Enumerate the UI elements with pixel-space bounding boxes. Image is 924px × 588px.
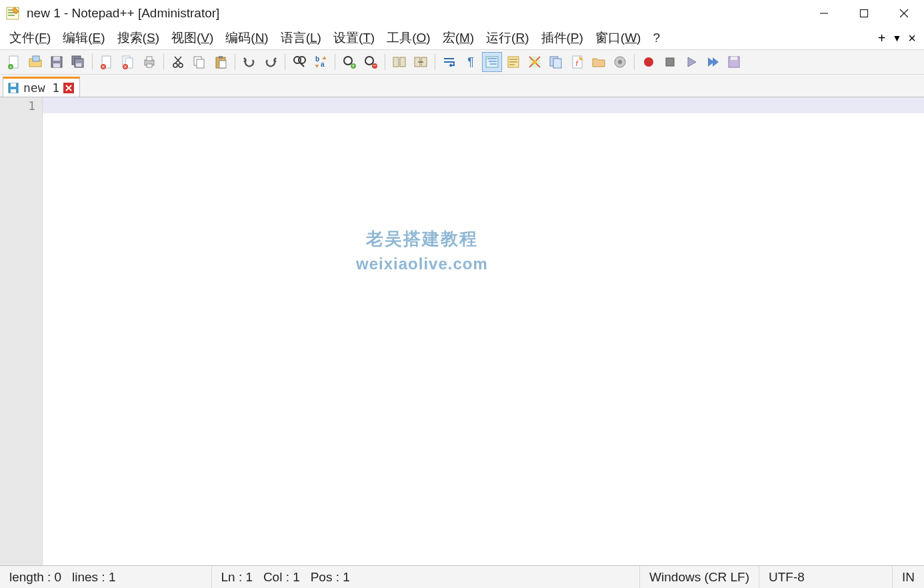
doc-list-icon[interactable] — [546, 52, 566, 72]
monitoring-icon[interactable] — [610, 52, 630, 72]
tab-close-icon[interactable] — [63, 83, 74, 93]
svg-point-36 — [299, 57, 305, 63]
svg-point-58 — [533, 60, 537, 64]
close-all-icon[interactable]: × — [118, 52, 138, 72]
cut-icon[interactable] — [168, 52, 188, 72]
menu-language[interactable]: 语言(L) — [275, 28, 327, 48]
svg-point-25 — [173, 63, 177, 67]
editor: 1 老吴搭建教程 weixiaolive.com — [0, 97, 924, 565]
undo-icon[interactable] — [239, 52, 259, 72]
paste-icon[interactable] — [211, 52, 231, 72]
menu-settings[interactable]: 设置(T) — [328, 28, 380, 48]
window-controls — [804, 0, 924, 27]
svg-point-39 — [344, 57, 352, 65]
svg-rect-60 — [553, 59, 561, 68]
stop-macro-icon[interactable] — [660, 52, 680, 72]
replace-icon[interactable]: ba — [311, 52, 331, 72]
close-button[interactable] — [884, 0, 924, 27]
tab-label: new 1 — [23, 81, 59, 95]
svg-text:×: × — [123, 63, 127, 69]
redo-icon[interactable] — [261, 52, 281, 72]
menu-file[interactable]: 文件(F) — [4, 28, 56, 48]
user-lang-icon[interactable] — [503, 52, 523, 72]
tab-new-1[interactable]: new 1 — [3, 77, 80, 97]
record-macro-icon[interactable] — [639, 52, 659, 72]
svg-rect-2 — [861, 10, 868, 17]
save-all-icon[interactable] — [68, 52, 88, 72]
menu-tools[interactable]: 工具(O) — [381, 28, 435, 48]
status-length: length : 0 lines : 1 — [0, 566, 125, 588]
svg-point-65 — [644, 57, 653, 67]
save-icon[interactable] — [47, 52, 67, 72]
svg-text:b: b — [315, 55, 319, 63]
menu-macro[interactable]: 宏(M) — [437, 28, 479, 48]
find-icon[interactable] — [289, 52, 309, 72]
svg-rect-68 — [731, 57, 737, 60]
current-line-highlight — [43, 97, 924, 113]
tabbar: new 1 — [0, 75, 924, 97]
doc-map-icon[interactable] — [525, 52, 545, 72]
menu-plugins[interactable]: 插件(P) — [536, 28, 589, 48]
svg-point-64 — [618, 60, 622, 64]
maximize-button[interactable] — [844, 0, 884, 27]
save-macro-icon[interactable] — [724, 52, 744, 72]
zoom-out-icon[interactable]: − — [361, 52, 381, 72]
svg-rect-71 — [11, 89, 16, 93]
menu-window[interactable]: 窗口(W) — [590, 28, 647, 48]
sync-hscroll-icon[interactable] — [411, 52, 431, 72]
tab-save-icon — [7, 82, 19, 94]
watermark: 老吴搭建教程 weixiaolive.com — [356, 227, 488, 273]
close-file-icon[interactable]: × — [97, 52, 117, 72]
svg-rect-33 — [219, 61, 226, 68]
svg-rect-30 — [197, 59, 204, 68]
folder-workspace-icon[interactable] — [589, 52, 609, 72]
watermark-line1: 老吴搭建教程 — [356, 227, 488, 251]
svg-text:−: − — [373, 62, 376, 69]
copy-icon[interactable] — [189, 52, 209, 72]
window-title: new 1 - Notepad++ [Administrator] — [27, 6, 219, 21]
svg-rect-32 — [219, 56, 223, 59]
minimize-button[interactable] — [804, 0, 844, 27]
new-file-icon[interactable]: + — [4, 52, 24, 72]
svg-rect-10 — [53, 57, 60, 61]
status-eol[interactable]: Windows (CR LF) — [640, 566, 759, 588]
status-mode[interactable]: IN — [893, 566, 924, 588]
print-icon[interactable] — [139, 52, 159, 72]
menu-help[interactable]: ? — [647, 29, 665, 47]
menu-close-icon[interactable]: × — [908, 31, 916, 46]
open-file-icon[interactable] — [25, 52, 45, 72]
svg-rect-14 — [76, 63, 81, 67]
toolbar: + × × ba + − ¶ f — [0, 49, 924, 75]
menu-encoding[interactable]: 编码(N) — [220, 28, 273, 48]
menubar: 文件(F) 编辑(E) 搜索(S) 视图(V) 编码(N) 语言(L) 设置(T… — [0, 27, 924, 49]
statusbar: length : 0 lines : 1 Ln : 1 Col : 1 Pos … — [0, 565, 924, 588]
sync-vscroll-icon[interactable] — [389, 52, 409, 72]
play-macro-icon[interactable] — [681, 52, 701, 72]
status-position: Ln : 1 Col : 1 Pos : 1 — [212, 566, 359, 588]
svg-point-43 — [365, 57, 373, 65]
svg-rect-70 — [11, 83, 16, 87]
svg-text:+: + — [351, 63, 355, 69]
svg-rect-66 — [666, 58, 674, 66]
word-wrap-icon[interactable] — [439, 52, 459, 72]
svg-text:+: + — [9, 64, 13, 69]
zoom-in-icon[interactable]: + — [339, 52, 359, 72]
svg-rect-11 — [53, 63, 60, 67]
menu-run[interactable]: 运行(R) — [481, 28, 534, 48]
play-multi-icon[interactable] — [703, 52, 723, 72]
svg-text:×: × — [101, 63, 105, 69]
indent-guide-icon[interactable] — [482, 52, 502, 72]
menu-search[interactable]: 搜索(S) — [112, 28, 165, 48]
menu-view[interactable]: 视图(V) — [166, 28, 219, 48]
menu-edit[interactable]: 编辑(E) — [57, 28, 110, 48]
show-all-chars-icon[interactable]: ¶ — [461, 52, 481, 72]
app-icon — [5, 6, 20, 21]
function-list-icon[interactable]: f — [567, 52, 587, 72]
titlebar: new 1 - Notepad++ [Administrator] — [0, 0, 924, 27]
menu-triangle-icon[interactable]: ▼ — [892, 33, 901, 43]
menu-plus-icon[interactable]: + — [878, 31, 886, 46]
svg-rect-47 — [393, 57, 399, 67]
svg-rect-48 — [400, 57, 405, 67]
text-area[interactable]: 老吴搭建教程 weixiaolive.com — [43, 97, 924, 565]
status-encoding[interactable]: UTF-8 — [759, 566, 893, 588]
